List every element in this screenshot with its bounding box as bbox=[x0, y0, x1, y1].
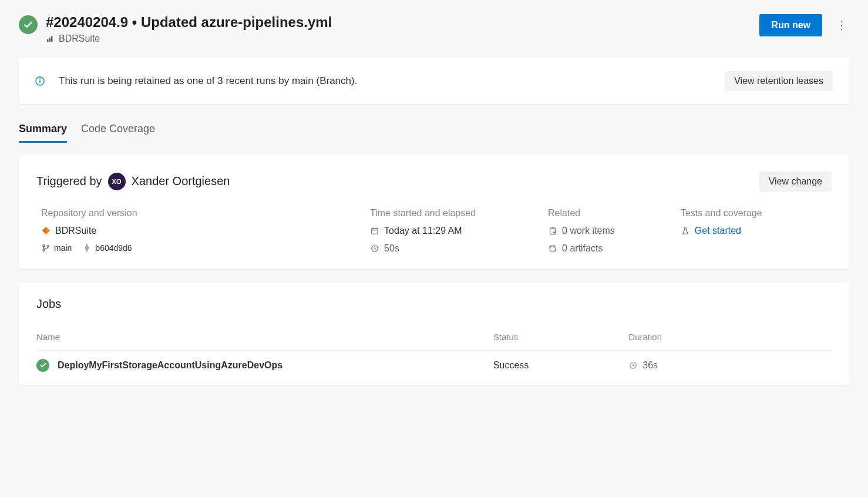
pipeline-icon bbox=[46, 34, 55, 43]
time-label: Time started and elapsed bbox=[370, 208, 536, 219]
work-items-text: 0 work items bbox=[562, 226, 615, 236]
jobs-title: Jobs bbox=[36, 297, 832, 311]
artifacts-icon bbox=[548, 244, 557, 253]
pipeline-subtitle[interactable]: BDRSuite bbox=[46, 33, 332, 44]
commit-link[interactable]: b604d9d6 bbox=[82, 243, 132, 253]
clock-icon bbox=[370, 244, 379, 253]
svg-rect-12 bbox=[372, 228, 378, 234]
time-started: Today at 11:29 AM bbox=[384, 226, 462, 236]
flask-icon bbox=[681, 226, 690, 236]
branch-name: main bbox=[54, 243, 72, 253]
tests-label: Tests and coverage bbox=[681, 208, 832, 219]
retention-left: This run is being retained as one of 3 r… bbox=[35, 75, 357, 87]
related-label: Related bbox=[548, 208, 669, 219]
svg-rect-17 bbox=[550, 228, 556, 234]
tabs: Summary Code Coverage bbox=[19, 118, 849, 143]
tests-get-started-link[interactable]: Get started bbox=[695, 226, 741, 236]
job-status-icon bbox=[36, 359, 49, 372]
svg-rect-2 bbox=[51, 36, 53, 42]
triggered-user-name[interactable]: Xander Oortgiesen bbox=[132, 174, 230, 188]
col-repo: Repository and version BDRSuite main bbox=[41, 208, 358, 254]
elapsed-row: 50s bbox=[370, 243, 536, 254]
branch-icon bbox=[41, 243, 51, 253]
run-status-icon bbox=[19, 15, 38, 34]
artifacts-row[interactable]: 0 artifacts bbox=[548, 243, 669, 254]
calendar-icon bbox=[370, 226, 379, 236]
commit-hash: b604d9d6 bbox=[95, 243, 132, 253]
artifacts-text: 0 artifacts bbox=[562, 243, 603, 254]
svg-rect-0 bbox=[47, 39, 49, 42]
col-header-status: Status bbox=[493, 332, 628, 342]
branch-link[interactable]: main bbox=[41, 243, 72, 253]
jobs-card: Jobs Name Status Duration DeployMyFirstS… bbox=[19, 283, 849, 385]
view-retention-button[interactable]: View retention leases bbox=[725, 71, 833, 91]
work-items-row[interactable]: 0 work items bbox=[548, 226, 669, 236]
jobs-header-row: Name Status Duration bbox=[36, 324, 832, 351]
run-new-button[interactable]: Run new bbox=[759, 14, 822, 36]
svg-rect-1 bbox=[49, 38, 51, 42]
info-icon bbox=[35, 76, 45, 86]
svg-point-9 bbox=[86, 247, 88, 249]
col-related: Related 0 work items 0 artifacts bbox=[548, 208, 669, 254]
clock-icon bbox=[628, 361, 638, 370]
time-started-row: Today at 11:29 AM bbox=[370, 226, 536, 236]
repo-icon bbox=[41, 226, 51, 236]
repo-name: BDRSuite bbox=[55, 226, 96, 236]
details-card: Triggered by XO Xander Oortgiesen View c… bbox=[19, 155, 849, 269]
branch-commit-row: main b604d9d6 bbox=[41, 243, 358, 253]
svg-point-7 bbox=[43, 249, 45, 251]
title-stack: #20240204.9 • Updated azure-pipelines.ym… bbox=[46, 14, 332, 44]
job-status: Success bbox=[493, 360, 628, 371]
view-change-button[interactable]: View change bbox=[759, 172, 832, 192]
details-grid: Repository and version BDRSuite main bbox=[36, 208, 832, 254]
tab-summary[interactable]: Summary bbox=[19, 118, 67, 143]
col-tests: Tests and coverage Get started bbox=[681, 208, 832, 254]
svg-point-8 bbox=[47, 246, 49, 247]
tab-code-coverage[interactable]: Code Coverage bbox=[81, 118, 155, 143]
svg-point-6 bbox=[43, 244, 45, 246]
repo-label: Repository and version bbox=[41, 208, 358, 219]
col-header-duration: Duration bbox=[628, 332, 832, 342]
pipeline-name: BDRSuite bbox=[59, 33, 100, 44]
retention-message: This run is being retained as one of 3 r… bbox=[59, 75, 357, 87]
retention-card: This run is being retained as one of 3 r… bbox=[19, 58, 849, 104]
header-left: #20240204.9 • Updated azure-pipelines.ym… bbox=[19, 14, 332, 44]
triggered-by: Triggered by XO Xander Oortgiesen bbox=[36, 173, 230, 190]
page-header: #20240204.9 • Updated azure-pipelines.ym… bbox=[19, 14, 849, 44]
triggered-prefix: Triggered by bbox=[36, 174, 102, 188]
svg-rect-5 bbox=[39, 80, 40, 83]
job-name: DeployMyFirstStorageAccountUsingAzureDev… bbox=[58, 360, 282, 371]
user-avatar[interactable]: XO bbox=[108, 173, 126, 190]
elapsed-value: 50s bbox=[384, 243, 399, 254]
job-duration: 36s bbox=[642, 360, 658, 371]
job-row[interactable]: DeployMyFirstStorageAccountUsingAzureDev… bbox=[36, 351, 832, 380]
work-items-icon bbox=[548, 226, 557, 236]
jobs-table: Name Status Duration DeployMyFirstStorag… bbox=[36, 324, 832, 380]
job-name-cell: DeployMyFirstStorageAccountUsingAzureDev… bbox=[36, 359, 493, 372]
commit-icon bbox=[82, 243, 92, 253]
col-header-name: Name bbox=[36, 332, 493, 342]
header-right: Run new ⋮ bbox=[759, 14, 849, 36]
repo-row[interactable]: BDRSuite bbox=[41, 226, 358, 236]
col-time: Time started and elapsed Today at 11:29 … bbox=[370, 208, 536, 254]
triggered-row: Triggered by XO Xander Oortgiesen View c… bbox=[36, 172, 832, 192]
svg-point-4 bbox=[39, 78, 41, 79]
more-actions-icon[interactable]: ⋮ bbox=[834, 16, 849, 34]
tests-row[interactable]: Get started bbox=[681, 226, 832, 236]
run-title: #20240204.9 • Updated azure-pipelines.ym… bbox=[46, 14, 332, 31]
job-duration-cell: 36s bbox=[628, 360, 832, 371]
